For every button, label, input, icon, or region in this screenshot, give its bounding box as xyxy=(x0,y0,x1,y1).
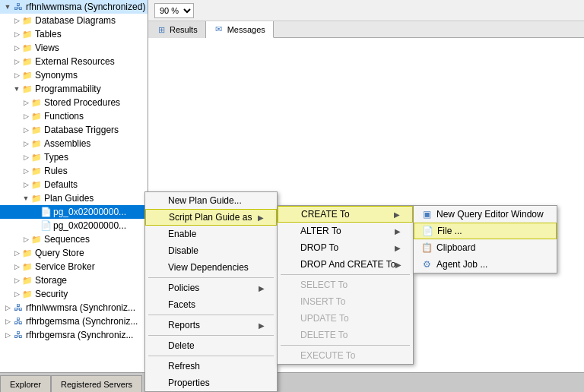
menu-facets[interactable]: Facets xyxy=(145,296,277,313)
menu-label: Reports xyxy=(168,320,200,330)
refresh-icon xyxy=(151,359,165,373)
menu-delete[interactable]: Delete xyxy=(145,337,277,354)
policies-icon xyxy=(151,281,165,295)
menu-label: Enable xyxy=(168,229,196,239)
menu-view-dependencies[interactable]: View Dependencies xyxy=(145,259,277,276)
folder-icon: 📁 xyxy=(30,112,43,121)
tree-external-resources[interactable]: ▷ 📁 External Resources xyxy=(0,55,148,68)
menu-enable[interactable]: Enable xyxy=(145,226,277,242)
planitem-icon: 📄 xyxy=(40,207,52,217)
menu-new-plan-guide[interactable]: New Plan Guide... xyxy=(145,192,277,209)
menu-script-plan-guide[interactable]: Script Plan Guide as ▶ xyxy=(145,209,277,226)
server-icon: 🖧 xyxy=(12,317,24,326)
menu-create-to[interactable]: CREATE To ▶ xyxy=(278,206,413,223)
menu-clipboard[interactable]: 📋 Clipboard xyxy=(414,239,557,256)
menu-reports[interactable]: Reports ▶ xyxy=(145,317,277,334)
menu-drop-create-to[interactable]: DROP And CREATE To ▶ xyxy=(278,256,413,273)
bottom-tab-explorer[interactable]: Explorer xyxy=(0,375,51,392)
tree-db-diagrams[interactable]: ▷ 📁 Database Diagrams xyxy=(0,14,148,27)
tree-label: Types xyxy=(44,152,68,163)
grid-icon: ⊞ xyxy=(156,24,167,35)
tree-query-store[interactable]: ▷ 📁 Query Store xyxy=(0,246,148,260)
menu-drop-to[interactable]: DROP To ▶ xyxy=(278,239,413,256)
tree-server3[interactable]: ▷ 🖧 rfhrbgemsma (Synchroniz... xyxy=(0,315,148,328)
menu-agent-job[interactable]: ⚙ Agent Job ... xyxy=(414,256,557,273)
menu-alter-to[interactable]: ALTER To ▶ xyxy=(278,223,413,239)
tree-pg2[interactable]: 📄 pg_0x02000000... xyxy=(0,219,148,232)
tree-server2[interactable]: ▷ 🖧 rfhnlwwmsra (Synchroniz... xyxy=(0,301,148,315)
tree-rules[interactable]: ▷ 📁 Rules xyxy=(0,164,148,178)
tree-security[interactable]: ▷ 📁 Security xyxy=(0,287,148,301)
server-icon: 🖧 xyxy=(12,330,24,340)
menu-select-to: SELECT To xyxy=(278,277,413,293)
menu-refresh[interactable]: Refresh xyxy=(145,358,277,375)
tree-db-triggers[interactable]: ▷ 📁 Database Triggers xyxy=(0,123,148,137)
tree-functions[interactable]: ▷ 📁 Functions xyxy=(0,109,148,123)
tree-label: Defaults xyxy=(44,179,78,190)
menu-file[interactable]: 📄 File ... xyxy=(414,223,557,239)
expand-icon: ▷ xyxy=(12,248,21,258)
tree-label: Database Diagrams xyxy=(35,15,116,26)
clipboard-icon: 📋 xyxy=(420,241,433,254)
expand-icon: ▷ xyxy=(12,71,21,80)
menu-properties[interactable]: Properties xyxy=(145,375,277,391)
menu-label: View Dependencies xyxy=(168,262,249,273)
menu-disable[interactable]: Disable xyxy=(145,242,277,259)
menu-policies[interactable]: Policies ▶ xyxy=(145,280,277,296)
tree-stored-procedures[interactable]: ▷ 📁 Stored Procedures xyxy=(0,96,148,109)
menu-label: UPDATE To xyxy=(300,313,349,324)
tree-label: Rules xyxy=(44,166,68,176)
context-menu-2: CREATE To ▶ ALTER To ▶ DROP To ▶ DROP An… xyxy=(277,205,414,365)
message-icon: ✉ xyxy=(214,24,224,35)
expand-icon: ▷ xyxy=(3,317,12,326)
tree-label: Database Triggers xyxy=(44,125,119,135)
menu-new-query-editor[interactable]: ▣ New Query Editor Window xyxy=(414,206,557,223)
tree-server-root[interactable]: ▼ 🖧 rfhnlwwmsma (Synchronized) xyxy=(0,0,148,14)
tree-views[interactable]: ▷ 📁 Views xyxy=(0,41,148,55)
menu-label: Policies xyxy=(168,283,199,293)
file-icon: 📄 xyxy=(421,224,434,238)
tree-pg1[interactable]: 📄 pg_0x02000000... xyxy=(0,205,148,219)
tab-results[interactable]: ⊞ Results xyxy=(148,21,206,38)
tab-results-label: Results xyxy=(170,25,198,34)
tree-storage[interactable]: ▷ 📁 Storage xyxy=(0,273,148,287)
menu-insert-to: INSERT To xyxy=(278,293,413,310)
menu-label: DROP To xyxy=(300,242,338,253)
tree-server4[interactable]: ▷ 🖧 rfhrbgemsra (Synchroniz... xyxy=(0,328,148,342)
execute-icon xyxy=(284,349,297,362)
tree-service-broker[interactable]: ▷ 📁 Service Broker xyxy=(0,260,148,273)
tree-tables[interactable]: ▷ 📁 Tables xyxy=(0,27,148,41)
context-menu-1: New Plan Guide... Script Plan Guide as ▶… xyxy=(144,191,278,392)
tree-sequences[interactable]: ▷ 📁 Sequences xyxy=(0,232,148,246)
planitem-icon: 📄 xyxy=(40,221,52,230)
tree-label: External Resources xyxy=(35,56,115,67)
zoom-select[interactable]: 90 % xyxy=(154,3,194,18)
insert-icon xyxy=(284,295,297,308)
submenu-arrow: ▶ xyxy=(259,321,265,330)
tree-label: Programmability xyxy=(35,84,101,94)
folder-icon: 📁 xyxy=(21,57,33,66)
context-menu-3: ▣ New Query Editor Window 📄 File ... 📋 C… xyxy=(413,205,557,273)
menu-label: Disable xyxy=(168,245,198,256)
expand-icon: ▷ xyxy=(12,289,21,299)
tree-label: rfhrbgemsra (Synchroniz... xyxy=(26,330,133,340)
tab-messages[interactable]: ✉ Messages xyxy=(206,21,274,38)
tree-defaults[interactable]: ▷ 📁 Defaults xyxy=(0,178,148,191)
tree-label: Security xyxy=(35,289,68,299)
tab-messages-label: Messages xyxy=(227,25,265,34)
submenu-arrow: ▶ xyxy=(394,210,400,219)
tree-plan-guides[interactable]: ▼ 📁 Plan Guides xyxy=(0,191,148,205)
alter-icon xyxy=(284,224,297,238)
tree-synonyms[interactable]: ▷ 📁 Synonyms xyxy=(0,68,148,82)
folder-icon: 📁 xyxy=(30,180,43,189)
menu-label: Facets xyxy=(168,299,195,310)
tree-assemblies[interactable]: ▷ 📁 Assemblies xyxy=(0,137,148,150)
folder-icon: 📁 xyxy=(21,84,33,93)
expand-icon: ▷ xyxy=(3,303,12,312)
folder-icon: 📁 xyxy=(21,16,33,25)
tree-types[interactable]: ▷ 📁 Types xyxy=(0,150,148,164)
tree-programmability[interactable]: ▼ 📁 Programmability xyxy=(0,82,148,96)
tree-label: Synonyms xyxy=(35,70,78,81)
tree-label: Query Store xyxy=(35,248,84,258)
bottom-tab-registered[interactable]: Registered Servers xyxy=(51,375,142,392)
